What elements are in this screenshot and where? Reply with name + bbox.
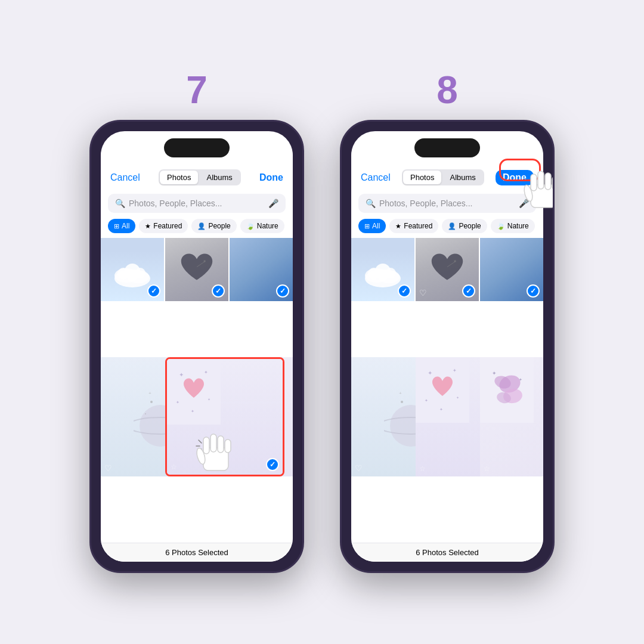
sel-badge-5-7: ✓	[266, 458, 279, 471]
svg-text:✦: ✦	[439, 407, 443, 411]
step-7-number: 7	[186, 71, 208, 109]
tab-group-7: Photos Albums	[159, 169, 241, 185]
svg-text:✦: ✦	[425, 398, 428, 402]
svg-text:✦: ✦	[176, 400, 179, 404]
albums-tab-8[interactable]: Albums	[442, 171, 482, 184]
svg-text:✦: ✦	[191, 409, 194, 413]
photo-cell-1-7[interactable]: ✓	[101, 238, 164, 301]
step-8-wrapper: 8 Cancel Photos Albums Done	[340, 71, 555, 573]
photos-tab-7[interactable]: Photos	[160, 171, 198, 184]
nature-icon-8: 🍃	[497, 222, 505, 230]
phone-7: Cancel Photos Albums Done 🔍 Photos, Peop…	[89, 120, 304, 573]
nature-icon-7: 🍃	[246, 222, 255, 230]
sel-badge-2-8: ✓	[462, 284, 475, 298]
grid-icon-8: ⊞	[364, 222, 370, 230]
svg-text:✦: ✦	[519, 377, 522, 382]
svg-point-7	[203, 260, 206, 262]
top-bar-7: Cancel Photos Albums Done	[101, 165, 293, 190]
cancel-btn-8[interactable]: Cancel	[361, 172, 391, 183]
filter-chips-7: ⊞ All ★ Featured 👤 People 🍃	[101, 216, 293, 238]
photo-grid-row1-8: ✓ ♡ ✓	[351, 238, 543, 357]
chip-nature-7[interactable]: 🍃 Nature	[240, 219, 284, 233]
chip-featured-7[interactable]: ★ Featured	[139, 219, 188, 233]
done-btn-7[interactable]: Done	[259, 172, 283, 183]
people-icon-8: 👤	[448, 222, 456, 230]
search-icon-7: 🔍	[115, 199, 125, 208]
svg-text:✦: ✦	[208, 398, 210, 401]
chip-people-label-8: People	[459, 222, 481, 230]
status-bar-8: 6 Photos Selected	[351, 543, 543, 562]
heart-badge-4-8: ♡	[355, 463, 363, 473]
sel-badge-2-7: ✓	[212, 284, 225, 298]
chip-people-7[interactable]: 👤 People	[191, 219, 236, 233]
star-badge-5-8: ☆	[419, 465, 426, 473]
chip-all-label-7: All	[122, 222, 129, 230]
star-badge-5-7: ☆	[171, 463, 177, 471]
search-placeholder-8: Photos, People, Places...	[379, 199, 515, 208]
sel-badge-1-8: ✓	[398, 284, 411, 298]
svg-rect-69	[545, 173, 551, 190]
photo-cell-3-7[interactable]: ✓	[230, 238, 293, 301]
sel-badge-3-8: ✓	[527, 284, 540, 298]
tab-group-8: Photos Albums	[402, 169, 484, 185]
main-container: 7 Cancel Photos Albums Done	[66, 47, 578, 597]
done-btn-8[interactable]: Done	[496, 170, 534, 185]
phone-7-screen: Cancel Photos Albums Done 🔍 Photos, Peop…	[101, 131, 293, 562]
star-icon-7: ★	[145, 222, 151, 230]
search-placeholder-7: Photos, People, Places...	[129, 199, 265, 208]
svg-point-50	[401, 401, 403, 403]
filter-chips-8: ⊞ All ★ Featured 👤 People 🍃	[351, 216, 543, 238]
chip-people-8[interactable]: 👤 People	[442, 219, 487, 233]
search-bar-8[interactable]: 🔍 Photos, People, Places... 🎤	[358, 194, 536, 213]
svg-point-47	[454, 260, 456, 262]
photo-cell-6-8[interactable]: ✦ ✦ ☆	[480, 357, 543, 476]
chip-featured-8[interactable]: ★ Featured	[389, 219, 438, 233]
photo-cell-2-7[interactable]: ✓	[165, 238, 228, 301]
dynamic-island-8	[414, 138, 480, 157]
chip-nature-8[interactable]: 🍃 Nature	[491, 219, 535, 233]
photo-grid-row2-8: + ♡ ✓ ✦	[351, 357, 543, 543]
screen-content-7: Cancel Photos Albums Done 🔍 Photos, Peop…	[101, 165, 293, 562]
dynamic-island-7	[164, 138, 230, 157]
svg-text:✦: ✦	[204, 370, 208, 375]
status-text-8: 6 Photos Selected	[416, 548, 479, 557]
svg-text:+: +	[148, 391, 151, 396]
heart-badge-4-7: ♡	[104, 463, 112, 473]
photos-tab-8[interactable]: Photos	[403, 171, 441, 184]
svg-point-5	[135, 268, 145, 278]
svg-point-12	[145, 413, 146, 414]
svg-rect-70	[552, 177, 555, 190]
chip-all-7[interactable]: ⊞ All	[108, 219, 135, 233]
step-7-wrapper: 7 Cancel Photos Albums Done	[89, 71, 304, 573]
chip-people-label-7: People	[208, 222, 230, 230]
search-bar-7[interactable]: 🔍 Photos, People, Places... 🎤	[108, 194, 286, 213]
cancel-btn-7[interactable]: Cancel	[110, 172, 140, 183]
status-text-7: 6 Photos Selected	[165, 548, 228, 557]
svg-text:✦: ✦	[456, 396, 459, 400]
chip-nature-label-8: Nature	[507, 222, 529, 230]
sel-badge-3-7: ✓	[276, 284, 289, 298]
people-icon-7: 👤	[197, 222, 206, 230]
chip-featured-label-8: Featured	[404, 222, 432, 230]
photo-cell-1-8[interactable]: ✓	[351, 238, 414, 301]
svg-text:✦: ✦	[492, 370, 497, 376]
mic-icon-8[interactable]: 🎤	[519, 199, 529, 208]
phone-8-screen: Cancel Photos Albums Done 🔍 Photos, Peop…	[351, 131, 543, 562]
mic-icon-7[interactable]: 🎤	[268, 199, 278, 208]
top-bar-8: Cancel Photos Albums Done	[351, 165, 543, 190]
photo-cell-3-8[interactable]: ✓	[480, 238, 543, 301]
step-8-number: 8	[436, 71, 458, 109]
phone-8: Cancel Photos Albums Done 🔍 Photos, Peop…	[340, 120, 555, 573]
chip-all-8[interactable]: ⊞ All	[358, 219, 386, 233]
chip-all-label-8: All	[372, 222, 380, 230]
albums-tab-7[interactable]: Albums	[199, 171, 239, 184]
star-badge-6-8: ☆	[484, 465, 490, 473]
photo-cell-5-7[interactable]: ✦ ✦ ✦ ✦ ✦ ☆ ✓	[165, 357, 284, 476]
photo-cell-2-8[interactable]: ♡ ✓	[416, 238, 479, 301]
svg-point-10	[150, 401, 153, 403]
grid-icon-7: ⊞	[114, 222, 119, 230]
chip-featured-label-7: Featured	[153, 222, 182, 230]
star-icon-8: ★	[395, 222, 401, 230]
svg-text:✦: ✦	[453, 368, 457, 373]
sel-badge-1-7: ✓	[147, 284, 160, 298]
